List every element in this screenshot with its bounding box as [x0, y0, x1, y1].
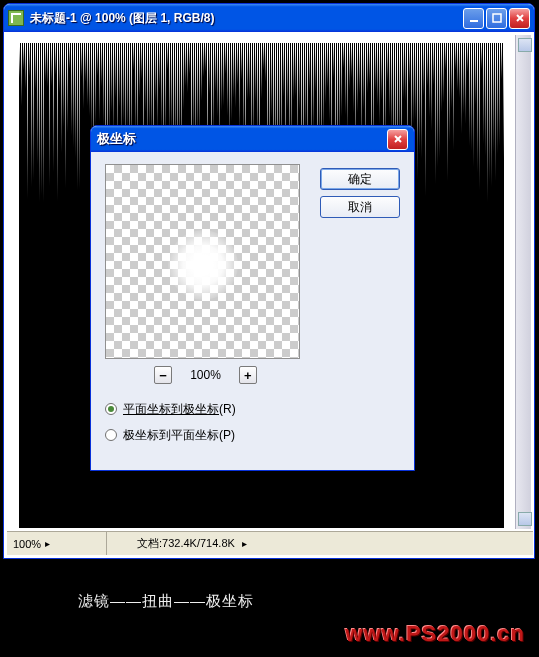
svg-rect-1: [493, 14, 501, 22]
dialog-close-button[interactable]: [387, 129, 408, 150]
zoom-out-button[interactable]: −: [154, 366, 172, 384]
svg-rect-0: [470, 20, 478, 22]
status-doc: 文档:732.4K/714.8K ▸: [107, 536, 247, 551]
status-doc-size: 732.4K/714.8K: [162, 537, 235, 549]
tutorial-caption: 滤镜——扭曲——极坐标: [78, 592, 254, 611]
status-doc-label: 文档:: [137, 537, 162, 549]
window-title: 未标题-1 @ 100% (图层 1, RGB/8): [30, 10, 461, 27]
radio-polar-to-rect[interactable]: 极坐标到平面坐标(P): [105, 422, 236, 448]
radio-icon: [105, 403, 117, 415]
radio-key: (P): [219, 428, 235, 442]
zoom-controls: − 100% +: [133, 366, 278, 384]
cancel-button[interactable]: 取消: [320, 196, 400, 218]
dropdown-icon: ▸: [242, 538, 247, 549]
status-zoom[interactable]: 100% ▸: [7, 532, 107, 555]
zoom-in-button[interactable]: +: [239, 366, 257, 384]
radio-rect-to-polar[interactable]: 平面坐标到极坐标(R): [105, 396, 236, 422]
maximize-button[interactable]: [486, 8, 507, 29]
radio-label: 极坐标到平面坐标: [123, 428, 219, 442]
close-button[interactable]: [509, 8, 530, 29]
dialog-titlebar: 极坐标: [91, 126, 414, 152]
radio-icon: [105, 429, 117, 441]
ok-button[interactable]: 确定: [320, 168, 400, 190]
dialog-title: 极坐标: [97, 130, 385, 148]
preview-box[interactable]: [105, 164, 300, 359]
vertical-scrollbar[interactable]: [515, 35, 531, 529]
titlebar: 未标题-1 @ 100% (图层 1, RGB/8): [4, 4, 534, 32]
preview-content: [168, 230, 238, 300]
radio-key: (R): [219, 402, 236, 416]
status-zoom-value: 100%: [13, 538, 41, 550]
radio-group: 平面坐标到极坐标(R) 极坐标到平面坐标(P): [105, 396, 236, 448]
dropdown-icon: ▸: [45, 538, 50, 549]
zoom-value: 100%: [190, 368, 221, 382]
app-icon: [8, 10, 24, 26]
watermark: www.PS2000.cn: [345, 621, 525, 647]
radio-label: 平面坐标到极坐标: [123, 402, 219, 416]
polar-coordinates-dialog: 极坐标 − 100% + 平面坐标到极坐标(R) 极坐标到平面坐标(P) 确定 …: [90, 125, 415, 471]
statusbar: 100% ▸ 文档:732.4K/714.8K ▸: [7, 531, 533, 555]
minimize-button[interactable]: [463, 8, 484, 29]
